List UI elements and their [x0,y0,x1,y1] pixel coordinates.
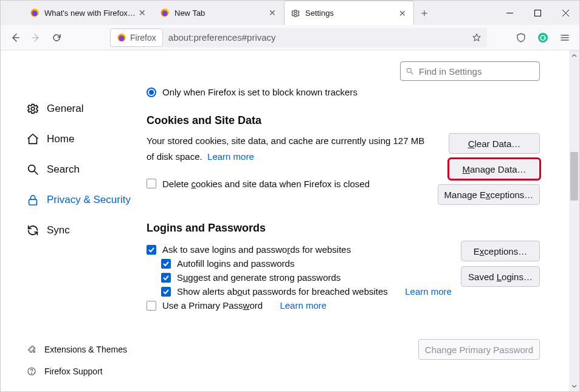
protections-icon[interactable] [511,28,531,47]
saved-logins-button[interactable]: Saved Logins… [461,266,540,287]
tab-settings[interactable]: Settings ✕ [284,1,414,25]
learn-more-link[interactable]: Learn more [405,286,452,297]
close-icon[interactable]: ✕ [137,8,147,18]
search-icon [406,67,414,75]
sidebar-item-label: Sync [47,224,70,236]
checkbox-icon [147,301,156,311]
svg-point-15 [31,107,35,111]
checkbox-label: Use a Primary Password [162,300,263,311]
sidebar-item-sync[interactable]: Sync [21,218,147,242]
sidebar-item-label: Search [47,163,80,176]
help-icon [26,366,37,377]
logins-exceptions-button[interactable]: Exceptions… [461,241,540,261]
close-icon[interactable]: ✕ [268,8,277,18]
url-bar[interactable]: Firefox about:preferences#privacy [110,28,487,47]
checkbox-breach-alerts[interactable]: Show alerts about passwords for breached… [147,286,461,297]
checkbox-icon [161,273,171,283]
svg-line-17 [35,171,38,175]
svg-rect-18 [29,199,37,205]
find-input[interactable] [418,66,534,77]
cookies-desc: Your stored cookies, site data, and cach… [147,133,432,165]
forward-button[interactable] [26,28,46,47]
checkbox-icon [161,259,171,269]
window-minimize[interactable] [495,1,523,25]
svg-point-21 [407,68,411,72]
learn-more-link[interactable]: Learn more [280,300,326,311]
checkbox-icon [147,179,156,188]
tab-strip: What's new with Firefox - More ✕ New Tab… [1,1,579,25]
window-maximize[interactable] [523,1,551,25]
toolbar: Firefox about:preferences#privacy [1,25,579,50]
app-menu-button[interactable] [555,28,575,47]
radio-label: Only when Firefox is set to block known … [162,87,357,97]
clear-data-button[interactable]: Clear Data… [449,133,540,154]
svg-point-1 [32,11,38,16]
checkbox-icon [147,245,156,255]
reload-button[interactable] [47,28,66,47]
search-icon [26,163,40,176]
tab-new[interactable]: New Tab ✕ [154,1,284,25]
home-icon [26,132,40,146]
svg-rect-6 [534,10,540,16]
sidebar-item-search[interactable]: Search [21,157,147,182]
svg-point-20 [31,373,32,374]
checkbox-label: Ask to save logins and passwords for web… [162,244,351,255]
checkbox-autofill[interactable]: Autofill logins and passwords [147,258,461,269]
close-icon[interactable]: ✕ [398,9,407,18]
sidebar-extensions[interactable]: Extensions & Themes [21,340,147,359]
svg-point-16 [29,165,35,172]
sidebar-item-privacy[interactable]: Privacy & Security [21,188,147,212]
change-primary-password-button: Change Primary Password [418,339,540,360]
sync-icon [26,224,40,237]
tab-label: Settings [305,9,398,18]
gear-icon [291,9,300,18]
tab-whats-new[interactable]: What's new with Firefox - More ✕ [24,1,154,25]
window-close[interactable] [551,1,579,25]
sidebar-item-label: Home [47,133,74,145]
radio-block-known-trackers[interactable]: Only when Firefox is set to block known … [147,87,540,97]
identity-label: Firefox [130,33,156,43]
firefox-icon [117,33,126,43]
checkbox-suggest-passwords[interactable]: Suggest and generate strong passwords [147,272,461,283]
new-tab-button[interactable]: ＋ [414,1,435,25]
puzzle-icon [26,344,37,355]
find-in-settings[interactable] [400,61,540,81]
svg-point-3 [162,11,168,16]
svg-point-4 [294,12,297,15]
checkbox-delete-on-close[interactable]: Delete cookies and site data when Firefo… [147,179,432,189]
bookmark-star-icon[interactable] [472,33,482,43]
checkbox-primary-password[interactable]: Use a Primary Password Learn more [147,300,461,311]
firefox-icon [160,8,170,18]
lock-icon [26,193,40,207]
manage-exceptions-button[interactable]: Manage Exceptions… [438,184,540,205]
firefox-icon [30,8,40,18]
tab-label: New Tab [174,9,268,18]
heading-logins: Logins and Passwords [147,222,540,235]
checkbox-label: Delete cookies and site data when Firefo… [162,179,370,189]
settings-sidebar: General Home Search Privacy & Security S… [1,50,147,391]
back-button[interactable] [5,28,25,47]
sidebar-support[interactable]: Firefox Support [21,362,147,380]
grammarly-icon[interactable] [533,28,553,47]
checkbox-label: Suggest and generate strong passwords [177,272,340,283]
scroll-down-icon[interactable] [569,381,579,391]
manage-data-button[interactable]: Manage Data… [449,159,540,179]
sidebar-item-label: Privacy & Security [47,194,131,206]
sidebar-item-label: General [47,103,83,115]
scrollbar[interactable] [569,50,579,391]
gear-icon [26,102,40,115]
scroll-up-icon[interactable] [569,50,579,61]
checkbox-label: Show alerts about passwords for breached… [177,286,388,297]
sidebar-item-general[interactable]: General [21,97,147,121]
sidebar-item-home[interactable]: Home [21,127,147,151]
url-text: about:preferences#privacy [162,32,472,43]
tab-label: What's new with Firefox - More [44,9,137,18]
svg-point-10 [119,35,125,41]
checkbox-ask-save-logins[interactable]: Ask to save logins and passwords for web… [147,244,461,255]
identity-box[interactable]: Firefox [110,29,163,47]
checkbox-label: Autofill logins and passwords [177,258,294,269]
svg-line-22 [411,72,413,75]
learn-more-link[interactable]: Learn more [207,151,254,162]
scroll-thumb[interactable] [570,152,578,201]
sidebar-item-label: Extensions & Themes [44,345,127,354]
